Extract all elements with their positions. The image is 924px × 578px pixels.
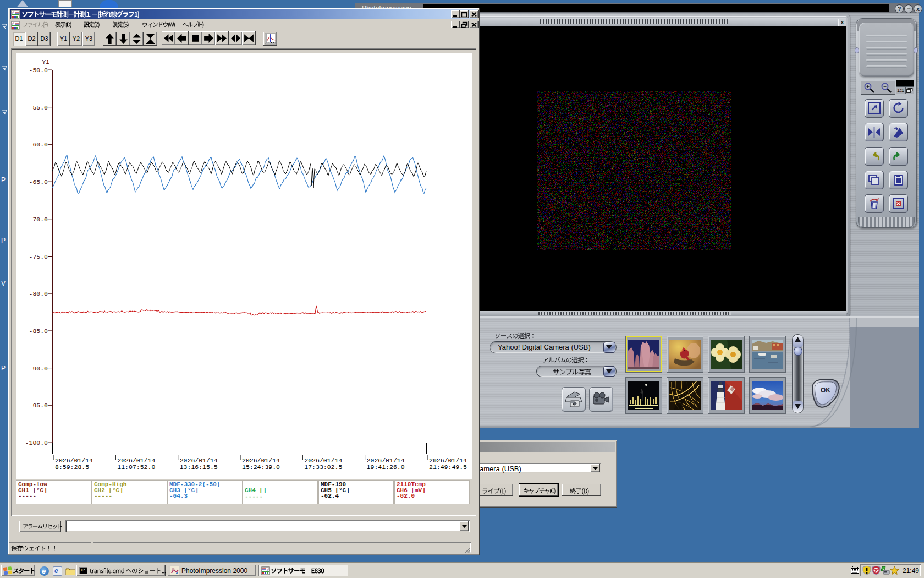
svg-text:-90.0: -90.0: [29, 365, 48, 372]
svg-text:17:33:02.5: 17:33:02.5: [304, 464, 342, 471]
svg-text:15:24:39.0: 15:24:39.0: [242, 464, 280, 471]
svg-text:-75.0: -75.0: [29, 253, 48, 260]
svg-text:-60.0: -60.0: [29, 141, 48, 148]
svg-text:-65.0: -65.0: [29, 178, 48, 186]
svg-text:-95.0: -95.0: [29, 402, 48, 409]
svg-text:11:07:52.0: 11:07:52.0: [117, 464, 155, 471]
svg-text:19:41:26.0: 19:41:26.0: [367, 464, 405, 471]
svg-text:OK: OK: [821, 386, 831, 394]
svg-text:Y1: Y1: [42, 58, 50, 66]
svg-text:-50.0: -50.0: [29, 67, 48, 74]
svg-text:-85.0: -85.0: [29, 328, 48, 335]
svg-text:21:49:49.5: 21:49:49.5: [429, 464, 467, 471]
svg-text:8:59:28.5: 8:59:28.5: [55, 464, 89, 471]
svg-text:13:16:15.5: 13:16:15.5: [180, 464, 218, 471]
svg-text:-80.0: -80.0: [29, 290, 48, 297]
svg-text:-70.0: -70.0: [29, 216, 48, 223]
svg-text:-100.0: -100.0: [25, 439, 48, 446]
svg-text:-55.0: -55.0: [29, 104, 48, 111]
